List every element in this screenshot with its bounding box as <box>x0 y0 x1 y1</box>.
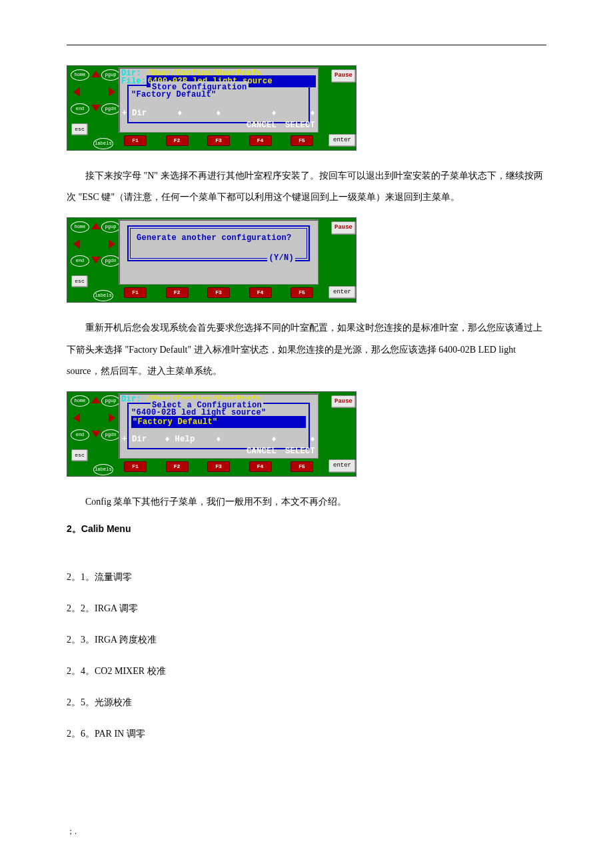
esc-button[interactable]: esc <box>71 123 88 135</box>
config-item-2-selected[interactable]: "Factory Default" <box>131 416 306 428</box>
list-item-2-6: 2。6。PAR IN 调零 <box>67 722 546 745</box>
pause-button[interactable]: Pause <box>331 221 356 235</box>
esc-button[interactable]: esc <box>71 275 88 287</box>
f2-key[interactable]: F2 <box>166 287 189 298</box>
arrow-left-icon[interactable] <box>73 239 80 249</box>
arrow-left-icon[interactable] <box>73 87 80 97</box>
f4-key[interactable]: F4 <box>249 287 272 298</box>
arrow-down-icon[interactable] <box>91 257 101 263</box>
arrow-right-icon[interactable] <box>109 87 115 97</box>
enter-button[interactable]: enter <box>328 134 356 147</box>
nav-pgup[interactable]: pgup <box>101 69 120 81</box>
device-screen-store-config: home pgup end pgdn esc labels Dir: /User… <box>67 65 356 151</box>
pause-button[interactable]: Pause <box>331 69 356 83</box>
f3-key[interactable]: F3 <box>207 461 230 472</box>
arrow-up-icon[interactable] <box>91 71 101 77</box>
pause-button[interactable]: Pause <box>331 395 356 409</box>
arrow-right-icon[interactable] <box>109 413 115 423</box>
nav-labels[interactable]: labels <box>93 138 113 149</box>
nav-labels[interactable]: labels <box>93 290 113 301</box>
soft-select[interactable]: ♦ SELECT <box>277 107 315 131</box>
f3-key[interactable]: F3 <box>207 287 230 298</box>
nav-pgdn[interactable]: pgdn <box>101 255 120 267</box>
list-item-2-2: 2。2。IRGA 调零 <box>67 597 546 620</box>
soft-f2[interactable]: ♦ <box>161 107 199 131</box>
arrow-up-icon[interactable] <box>91 397 101 403</box>
f5-key[interactable]: F5 <box>291 287 313 298</box>
soft-f3[interactable]: ♦ <box>199 433 238 457</box>
heading-calib-menu: 2。Calib Menu <box>67 522 546 536</box>
nav-end[interactable]: end <box>71 255 89 267</box>
nav-pgdn[interactable]: pgdn <box>101 103 120 115</box>
f5-key[interactable]: F5 <box>291 461 313 472</box>
prompt-yn[interactable]: (Y/N) <box>267 252 295 264</box>
esc-button[interactable]: esc <box>71 449 88 461</box>
prompt-question: Generate another configuration? <box>137 232 292 244</box>
soft-help[interactable]: ♦ Help <box>161 433 199 457</box>
soft-dir[interactable]: + Dir <box>122 433 161 457</box>
nav-home[interactable]: home <box>71 395 89 407</box>
enter-button[interactable]: enter <box>328 459 356 473</box>
soft-f3[interactable]: ♦ <box>199 107 238 131</box>
f1-key[interactable]: F1 <box>124 461 147 472</box>
nav-end[interactable]: end <box>71 103 89 115</box>
device-screen-generate-another: home pgup end pgdn esc labels Generate a… <box>67 217 356 303</box>
paragraph-2: 重新开机后您会发现系统会首先要求您选择不同的叶室配置，如果这时您连接的是标准叶室… <box>67 317 546 382</box>
nav-pgup[interactable]: pgup <box>101 221 120 233</box>
config-item[interactable]: "Factory Default" <box>131 89 217 101</box>
f4-key[interactable]: F4 <box>249 461 272 472</box>
arrow-down-icon[interactable] <box>91 105 101 111</box>
list-item-2-4: 2。4。CO2 MIXER 校准 <box>67 659 546 683</box>
list-item-2-1: 2。1。流量调零 <box>67 565 546 589</box>
f2-key[interactable]: F2 <box>166 135 189 146</box>
nav-pgdn[interactable]: pgdn <box>101 429 120 441</box>
soft-cancel[interactable]: ♦ CANCEL <box>238 433 277 457</box>
f1-key[interactable]: F1 <box>124 135 147 146</box>
arrow-down-icon[interactable] <box>91 431 101 437</box>
nav-home[interactable]: home <box>71 221 89 233</box>
soft-select[interactable]: ♦ SELECT <box>277 433 315 457</box>
paragraph-1: 接下来按字母 "N" 来选择不再进行其他叶室程序安装了。按回车可以退出到叶室安装… <box>67 165 546 208</box>
f3-key[interactable]: F3 <box>207 135 230 146</box>
nav-home[interactable]: home <box>71 69 89 81</box>
f4-key[interactable]: F4 <box>249 135 272 146</box>
soft-cancel[interactable]: ♦ CANCEL <box>238 107 277 131</box>
f2-key[interactable]: F2 <box>166 461 189 472</box>
arrow-up-icon[interactable] <box>91 223 101 229</box>
enter-button[interactable]: enter <box>328 286 356 299</box>
nav-labels[interactable]: labels <box>93 464 113 475</box>
f5-key[interactable]: F5 <box>291 135 313 146</box>
arrow-left-icon[interactable] <box>73 413 80 423</box>
soft-dir[interactable]: + Dir <box>122 107 161 131</box>
nav-end[interactable]: end <box>71 429 89 441</box>
footer-mark: ；. <box>67 825 546 837</box>
device-screen-select-config: home pgup end pgdn esc labels Dir: /User… <box>67 391 356 477</box>
top-divider <box>67 45 546 45</box>
arrow-right-icon[interactable] <box>109 239 115 249</box>
f1-key[interactable]: F1 <box>124 287 147 298</box>
list-item-2-3: 2。3。IRGA 跨度校准 <box>67 628 546 651</box>
nav-pgup[interactable]: pgup <box>101 395 120 407</box>
list-item-2-5: 2。5。光源校准 <box>67 691 546 714</box>
paragraph-3: Config 菜单下其他行子菜单，我们一般用不到，本文不再介绍。 <box>67 491 546 513</box>
